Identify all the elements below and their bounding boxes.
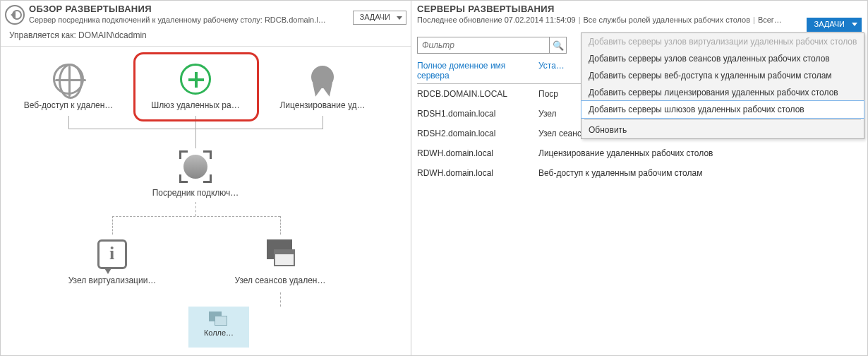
back-button[interactable] bbox=[5, 5, 25, 25]
servers-subtitle: Последнее обновление 07.02.2014 11:54:09… bbox=[417, 16, 862, 24]
overview-title: ОБЗОР РАЗВЕРТЫВАНИЯ bbox=[29, 4, 353, 14]
menu-add-session-hosts[interactable]: Добавить серверы узлов сеансов удаленных… bbox=[581, 50, 864, 67]
tasks-dropdown-right[interactable]: ЗАДАЧИ bbox=[807, 18, 862, 32]
globe-icon bbox=[53, 64, 84, 95]
th-server-fqdn[interactable]: Полное доменное имя сервера bbox=[417, 61, 538, 81]
broker-icon bbox=[179, 150, 212, 183]
menu-add-web-access[interactable]: Добавить серверы веб-доступа к удаленным… bbox=[581, 67, 864, 84]
managed-as-label: Управляется как: DOMAIN\dcadmin bbox=[1, 26, 411, 47]
search-icon[interactable]: 🔍 bbox=[550, 37, 567, 54]
servers-title: СЕРВЕРЫ РАЗВЕРТЫВАНИЯ bbox=[417, 4, 862, 14]
server-icon bbox=[264, 238, 296, 271]
node-session-host[interactable]: Узел сеансов удален… bbox=[224, 236, 337, 285]
filter-input[interactable] bbox=[417, 37, 550, 54]
deployment-servers-pane: СЕРВЕРЫ РАЗВЕРТЫВАНИЯ Последнее обновлен… bbox=[411, 1, 867, 355]
node-licensing[interactable]: Лицензирование уд… bbox=[266, 61, 379, 110]
node-gateway[interactable]: Шлюз удаленных ра… bbox=[139, 61, 252, 110]
deployment-diagram: Веб-доступ к удален… Шлюз удаленных ра… … bbox=[1, 47, 411, 350]
add-icon bbox=[180, 64, 211, 95]
menu-add-virtualization-hosts: Добавить серверы узлов виртуализации уда… bbox=[581, 33, 864, 50]
deployment-overview-pane: ОБЗОР РАЗВЕРТЫВАНИЯ Сервер посредника по… bbox=[1, 1, 411, 355]
overview-subtitle: Сервер посредника подключений к удаленно… bbox=[29, 16, 353, 24]
node-web-access[interactable]: Веб-доступ к удален… bbox=[12, 61, 125, 110]
collection-tile[interactable]: Колле… bbox=[188, 307, 249, 348]
node-broker[interactable]: Посредник подключ… bbox=[139, 148, 252, 198]
menu-separator bbox=[584, 119, 861, 120]
collection-icon bbox=[209, 312, 229, 327]
node-virtualization[interactable]: Узел виртуализации… bbox=[56, 236, 169, 285]
menu-add-gateways[interactable]: Добавить серверы шлюзов удаленных рабочи… bbox=[581, 100, 864, 119]
tasks-menu: Добавить серверы узлов виртуализации уда… bbox=[581, 32, 864, 139]
info-icon bbox=[97, 239, 127, 269]
tasks-dropdown-left[interactable]: ЗАДАЧИ bbox=[353, 11, 406, 25]
table-row[interactable]: RDWH.domain.local Веб-доступ к удаленным… bbox=[417, 163, 862, 183]
menu-refresh[interactable]: Обновить bbox=[581, 121, 864, 138]
medal-icon bbox=[311, 66, 334, 88]
table-row[interactable]: RDWH.domain.local Лицензирование удаленн… bbox=[417, 143, 862, 163]
menu-add-licensing[interactable]: Добавить серверы лицензирования удаленны… bbox=[581, 84, 864, 101]
